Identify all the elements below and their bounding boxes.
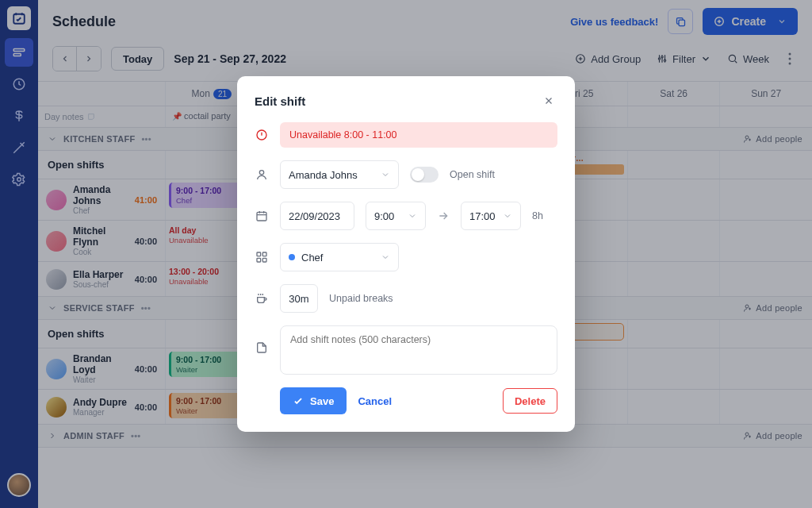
break-label: Unpaid breaks: [329, 293, 393, 304]
unavailable-banner: Unavailable 8:00 - 11:00: [280, 122, 557, 148]
calendar-icon: [255, 210, 269, 222]
modal-title: Edit shift: [255, 94, 305, 108]
save-button[interactable]: Save: [280, 387, 347, 414]
start-time-select[interactable]: 9:00: [366, 202, 426, 230]
delete-button[interactable]: Delete: [503, 388, 557, 414]
assignee-select[interactable]: Amanda Johns: [280, 160, 399, 189]
duration-label: 8h: [532, 210, 543, 221]
coffee-icon: [255, 292, 269, 305]
document-icon: [255, 341, 269, 354]
edit-shift-modal: Edit shift Unavailable 8:00 - 11:00 Aman…: [237, 76, 575, 432]
open-shift-toggle[interactable]: [410, 167, 439, 183]
close-button[interactable]: [540, 92, 557, 110]
grid-icon: [255, 251, 269, 264]
svg-point-19: [259, 171, 263, 175]
svg-rect-24: [262, 258, 266, 262]
chevron-down-icon: [381, 252, 390, 262]
cancel-button[interactable]: Cancel: [358, 395, 392, 407]
open-shift-label: Open shift: [450, 169, 495, 180]
svg-rect-22: [262, 252, 266, 256]
svg-rect-23: [257, 258, 261, 262]
check-icon: [293, 395, 304, 406]
alert-icon: [255, 129, 269, 141]
date-input[interactable]: 22/09/2023: [280, 202, 354, 230]
svg-rect-20: [257, 212, 266, 221]
chevron-down-icon: [381, 170, 390, 179]
break-input[interactable]: 30m: [280, 284, 318, 313]
close-icon: [543, 95, 554, 106]
chevron-down-icon: [408, 211, 417, 221]
chevron-down-icon: [503, 211, 512, 221]
end-time-select[interactable]: 17:00: [461, 202, 521, 230]
user-icon: [255, 168, 269, 181]
role-select[interactable]: Chef: [280, 243, 399, 271]
modal-scrim[interactable]: Edit shift Unavailable 8:00 - 11:00 Aman…: [0, 0, 812, 508]
role-color-dot: [289, 254, 295, 260]
arrow-right-icon: [437, 210, 450, 222]
svg-rect-21: [257, 252, 261, 256]
notes-textarea[interactable]: [280, 325, 557, 375]
